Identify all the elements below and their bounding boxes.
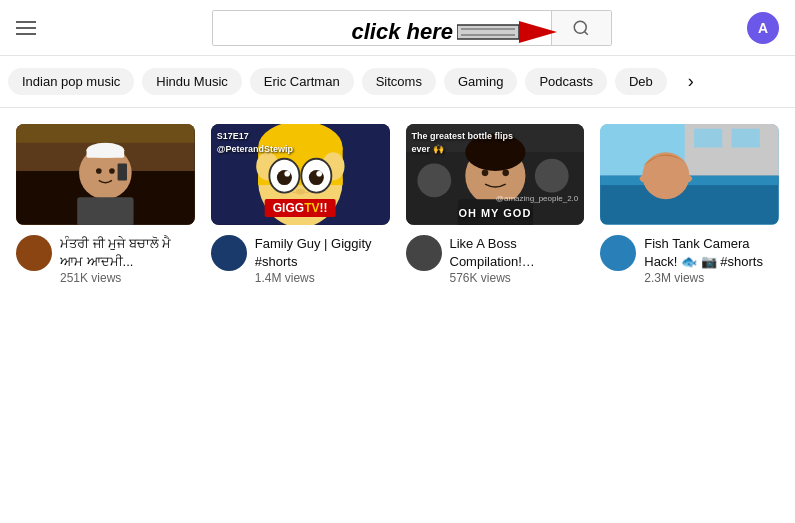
video-stats-3: 576K views	[450, 271, 585, 285]
svg-line-1	[584, 31, 587, 34]
chip-podcasts[interactable]: Podcasts	[525, 68, 606, 95]
video-stats-2: 1.4M views	[255, 271, 390, 285]
video-card-2[interactable]: S17E17@PeterandStewip GIGGTV!! Family Gu…	[203, 124, 398, 301]
search-button[interactable]	[551, 10, 611, 46]
video-meta-2: Family Guy | Giggity #shorts 1.4M views	[255, 235, 390, 285]
svg-point-38	[417, 163, 451, 197]
video-info-3: Like A Boss Compilation! Amazing... 576K…	[406, 235, 585, 285]
channel-avatar-3	[406, 235, 442, 271]
svg-point-25	[309, 170, 324, 185]
chips-next-button[interactable]: ›	[675, 66, 707, 98]
avatar[interactable]: A	[747, 12, 779, 44]
video-stats-1: 251K views	[60, 271, 195, 285]
svg-point-39	[534, 159, 568, 193]
svg-point-27	[316, 171, 322, 177]
thumbnail-2: S17E17@PeterandStewip GIGGTV!!	[211, 124, 390, 225]
chip-eric-cartman[interactable]: Eric Cartman	[250, 68, 354, 95]
search-bar	[212, 10, 612, 46]
chip-gaming[interactable]: Gaming	[444, 68, 518, 95]
thumbnail-3: The greatest bottle flipsever 🙌 @amazing…	[406, 124, 585, 225]
svg-point-0	[574, 21, 586, 33]
thumbnail-4	[600, 124, 779, 225]
header-right: A	[747, 12, 779, 44]
svg-point-47	[640, 171, 693, 186]
svg-point-26	[284, 171, 290, 177]
svg-rect-10	[87, 148, 125, 157]
video-stats-4: 2.3M views	[644, 271, 779, 285]
gigg-logo: GIGGTV!!	[265, 199, 336, 217]
chip-sitcoms[interactable]: Sitcoms	[362, 68, 436, 95]
svg-point-11	[96, 168, 102, 174]
hamburger-menu-icon[interactable]	[16, 21, 36, 35]
video-meta-1: ਮੰਤਰੀ ਜੀ ਮੁਜੇ ਬਚਾਲੋ ਮੈ ਆਮ ਆਦਮੀ... 251K v…	[60, 235, 195, 285]
video-meta-4: Fish Tank Camera Hack! 🐟 📷 #shorts 2.3M …	[644, 235, 779, 285]
videos-grid: ਮੰਤਰੀ ਜੀ ਮੁਜੇ ਬਚਾਲੋ ਮੈ ਆਮ ਆਦਮੀ... 251K v…	[0, 108, 795, 301]
svg-point-24	[277, 170, 292, 185]
thumb-top-text-3: The greatest bottle flipsever 🙌	[412, 130, 514, 155]
video-info-2: Family Guy | Giggity #shorts 1.4M views	[211, 235, 390, 285]
svg-point-35	[481, 170, 488, 177]
chips-row: Indian pop music Hindu Music Eric Cartma…	[0, 56, 795, 108]
thumb-svg-4	[600, 124, 779, 225]
chip-hindu-music[interactable]: Hindu Music	[142, 68, 242, 95]
video-title-3: Like A Boss Compilation! Amazing...	[450, 235, 585, 271]
header: click here A	[0, 0, 795, 56]
thumb-svg-1	[16, 124, 195, 225]
svg-point-36	[502, 170, 509, 177]
search-area: click here	[76, 10, 747, 46]
svg-rect-15	[16, 124, 195, 143]
svg-rect-14	[77, 197, 133, 224]
svg-point-12	[109, 168, 115, 174]
svg-rect-43	[732, 129, 760, 148]
chip-indian-pop-music[interactable]: Indian pop music	[8, 68, 134, 95]
oh-my-god-text: OH MY GOD	[458, 207, 531, 219]
chip-deb[interactable]: Deb	[615, 68, 667, 95]
svg-rect-42	[694, 129, 722, 148]
video-card-1[interactable]: ਮੰਤਰੀ ਜੀ ਮੁਜੇ ਬਚਾਲੋ ਮੈ ਆਮ ਆਦਮੀ... 251K v…	[8, 124, 203, 301]
header-left	[16, 21, 76, 35]
channel-avatar-2	[211, 235, 247, 271]
video-card-4[interactable]: Fish Tank Camera Hack! 🐟 📷 #shorts 2.3M …	[592, 124, 787, 301]
channel-avatar-1	[16, 235, 52, 271]
video-info-1: ਮੰਤਰੀ ਜੀ ਮੁਜੇ ਬਚਾਲੋ ਮੈ ਆਮ ਆਦਮੀ... 251K v…	[16, 235, 195, 285]
video-title-2: Family Guy | Giggity #shorts	[255, 235, 390, 271]
thumbnail-1	[16, 124, 195, 225]
channel-avatar-4	[600, 235, 636, 271]
thumb-watermark-3: @amazing_people_2.0	[496, 194, 578, 203]
thumb-overlay-1: S17E17@PeterandStewip	[217, 130, 293, 155]
video-title-4: Fish Tank Camera Hack! 🐟 📷 #shorts	[644, 235, 779, 271]
svg-rect-13	[118, 163, 127, 180]
video-card-3[interactable]: The greatest bottle flipsever 🙌 @amazing…	[398, 124, 593, 301]
search-input[interactable]	[213, 11, 551, 45]
video-info-4: Fish Tank Camera Hack! 🐟 📷 #shorts 2.3M …	[600, 235, 779, 285]
search-icon	[572, 19, 590, 37]
video-meta-3: Like A Boss Compilation! Amazing... 576K…	[450, 235, 585, 285]
video-title-1: ਮੰਤਰੀ ਜੀ ਮੁਜੇ ਬਚਾਲੋ ਮੈ ਆਮ ਆਦਮੀ...	[60, 235, 195, 271]
svg-point-30	[295, 189, 304, 195]
